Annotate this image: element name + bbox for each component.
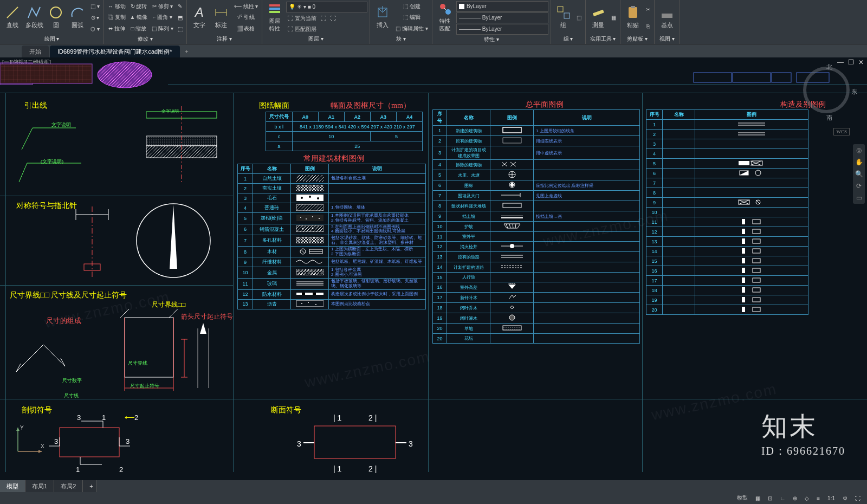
group-extra[interactable]: ⬚	[575, 13, 583, 23]
fillet-button[interactable]: ⌐ 圆角 ▾	[151, 12, 174, 22]
modify-extra-2[interactable]: ⬒	[176, 12, 184, 22]
arc-button[interactable]: 圆弧	[67, 1, 88, 33]
nav-wheel-icon[interactable]: ◎	[853, 144, 865, 156]
stretch-button[interactable]: ⬌ 拉伸	[107, 24, 127, 34]
line-button[interactable]: 直线	[2, 1, 23, 33]
rotate-button[interactable]: ↻ 旋转	[129, 2, 149, 11]
block-create[interactable]: ⬚ 创建	[402, 2, 422, 11]
status-model[interactable]: 模型	[735, 494, 750, 502]
layer-dropdown[interactable]: 💡 ☀ ▾ ■ 0	[286, 2, 367, 12]
paste-button[interactable]: 粘贴	[623, 1, 643, 33]
panel-title-view[interactable]: 视图 ▾	[657, 34, 677, 43]
svg-rect-191	[742, 307, 745, 312]
scale-button[interactable]: □ 缩放	[129, 24, 148, 34]
new-tab-button[interactable]: +	[181, 46, 193, 57]
trim-button[interactable]: ✂ 修剪 ▾	[151, 2, 175, 11]
drawing-canvas[interactable]: [一][俯视][二维线框] — ❐ ✕ 引出线 文字说明 (文字说明)	[0, 57, 867, 480]
panel-title-modify[interactable]: 修改 ▾	[106, 34, 184, 43]
layer-extra-1[interactable]: ⛶	[319, 14, 328, 23]
insert-button[interactable]: 插入	[372, 1, 393, 33]
draw-extra-1[interactable]: ⬚ ▾	[89, 2, 101, 11]
svg-rect-20	[1, 65, 91, 82]
modify-extra-1[interactable]: ✎	[176, 2, 184, 11]
dimension-button[interactable]: 标注	[211, 1, 231, 33]
layout-add-button[interactable]: +	[83, 480, 96, 492]
right-table: 序号名称图例 1234567891011121314151617181920	[646, 109, 808, 315]
clip-extra-2[interactable]: ⎘	[645, 21, 651, 31]
color-dropdown[interactable]: ByLayer	[456, 1, 548, 12]
draw-extra-3[interactable]: ⬡ ▾	[89, 24, 101, 34]
move-button[interactable]: ↔ 移动	[106, 2, 127, 11]
mirror-button[interactable]: ▲ 镜像	[128, 12, 150, 22]
draw-extra-2[interactable]: ⊙ ▾	[89, 12, 101, 22]
match-layer-button[interactable]: ⛶ 匹配图层	[286, 24, 318, 34]
layer-props-button[interactable]: 图层 特性	[264, 1, 285, 33]
material-row: 2夯实土壤	[238, 184, 426, 193]
svg-marker-40	[170, 205, 177, 269]
group-button[interactable]: 组	[553, 1, 574, 33]
drawing-tab[interactable]: ID6899管件污水处理设备阀门建水cad图例*	[50, 46, 180, 57]
block-edit[interactable]: ⬚ 编辑	[402, 12, 422, 22]
material-row: 1自然土壤包括各种自然土壤	[238, 174, 426, 184]
svg-point-155	[509, 315, 515, 320]
nav-show-icon[interactable]: ▭	[853, 192, 865, 204]
start-tab[interactable]: 开始	[22, 46, 49, 57]
svg-point-91	[312, 216, 313, 217]
layout1-tab[interactable]: 布局1	[25, 480, 54, 492]
status-polar-icon[interactable]: ⊕	[791, 495, 799, 501]
wcs-label[interactable]: WCS	[833, 128, 850, 135]
leader-text-1: 文字说明	[51, 121, 71, 128]
lineweight-dropdown[interactable]: ———— ByLayer	[456, 12, 548, 23]
svg-marker-195	[38, 450, 42, 453]
panel-title-block[interactable]: 块 ▾	[372, 34, 430, 43]
linetype-dropdown[interactable]: ———— ByLayer	[456, 24, 548, 35]
text-button[interactable]: A文字	[189, 1, 210, 33]
ribbon-panel-clipboard: 粘贴✂⎘ 剪贴板 ▾	[620, 0, 655, 44]
status-gear-icon[interactable]: ⚙	[840, 495, 850, 501]
viewcube[interactable]	[802, 66, 851, 114]
block-attr-edit[interactable]: ⬚ 编辑属性 ▾	[394, 24, 430, 34]
layout2-tab[interactable]: 布局2	[54, 480, 83, 492]
match-props-button[interactable]: 特性 匹配	[435, 1, 455, 33]
basepoint-button[interactable]: 基点	[657, 1, 677, 33]
status-snap-icon[interactable]: ⊡	[766, 495, 774, 501]
status-osnap-icon[interactable]: ◇	[803, 495, 811, 501]
panel-title-annotate[interactable]: 注释 ▾	[189, 34, 260, 43]
status-grid-icon[interactable]: ▦	[753, 495, 762, 501]
status-max-icon[interactable]: ⛶	[853, 495, 863, 501]
svg-line-145	[513, 224, 513, 228]
panel-title-draw[interactable]: 绘图 ▾	[2, 34, 101, 43]
nav-zoom-icon[interactable]: 🔍	[853, 168, 865, 180]
leader-button[interactable]: √° 引线	[236, 12, 256, 22]
polyline-button[interactable]: 多段线	[24, 1, 44, 33]
circle-button[interactable]: 圆	[46, 1, 66, 33]
table-button[interactable]: ▦ 表格	[236, 24, 257, 34]
nav-pan-icon[interactable]: ✋	[853, 156, 865, 168]
array-button[interactable]: ⬚ 阵列 ▾	[150, 24, 175, 34]
copy-button[interactable]: ⿻ 复制	[106, 12, 127, 22]
materials-table: 序号名称图例说明 1自然土壤包括各种自然土壤2夯实土壤3毛石4普通砖1.包括砌块…	[237, 164, 426, 309]
layer-extra-2[interactable]: ⛶	[329, 14, 338, 23]
clip-extra-1[interactable]: ✂	[644, 4, 652, 14]
panel-title-props[interactable]: 特性 ▾	[435, 35, 548, 43]
panel-title-group[interactable]: 组 ▾	[553, 34, 583, 43]
panel-title-layers[interactable]: 图层 ▾	[264, 34, 367, 43]
svg-rect-60	[60, 428, 119, 457]
measure-button[interactable]: 测量	[588, 1, 609, 33]
status-scale[interactable]: 1:1	[825, 495, 837, 501]
svg-rect-94	[296, 225, 323, 232]
nav-orbit-icon[interactable]: ⟳	[853, 180, 865, 192]
frame-table: 尺寸代号A0A1A2A3A4 b x l841 x 1189 594 x 841…	[266, 112, 423, 151]
status-ortho-icon[interactable]: ∟	[778, 495, 787, 501]
svg-line-146	[515, 224, 516, 228]
status-lwt-icon[interactable]: ≡	[814, 495, 822, 501]
linear-dim-button[interactable]: ⟵ 线性 ▾	[232, 2, 260, 11]
make-current-button[interactable]: ⛶ 置为当前	[286, 14, 318, 23]
panel-title-utils[interactable]: 实用工具 ▾	[588, 34, 618, 43]
modify-extra-3[interactable]: ⬚	[176, 24, 184, 34]
panel-title-clipboard[interactable]: 剪贴板 ▾	[623, 34, 652, 43]
utils-extra[interactable]: ▦	[610, 13, 618, 23]
model-tab[interactable]: 模型	[0, 480, 25, 492]
svg-text:| 1: | 1	[333, 413, 342, 422]
plan-table: 序号名称图例说明 1新建的建筑物1.上图用较细的线条2原有的建筑物用细实线表示3…	[432, 109, 640, 344]
